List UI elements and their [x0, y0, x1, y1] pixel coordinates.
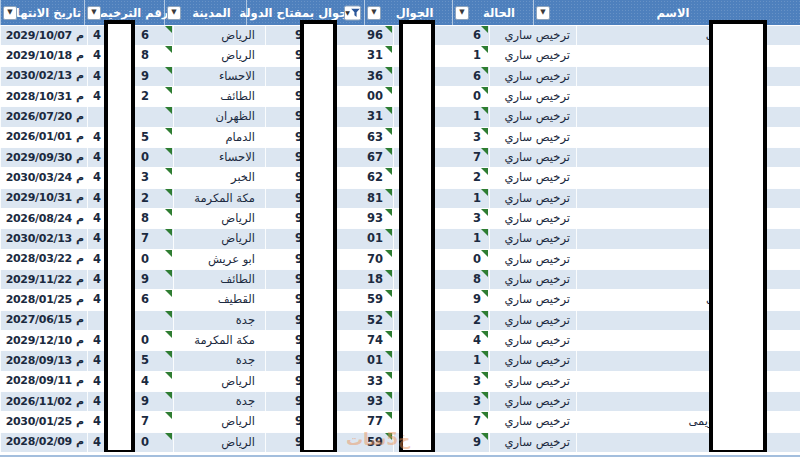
cell-expiry-date[interactable]: 2029/10/18م [0, 45, 87, 65]
cell-expiry-date[interactable]: 2026/07/20م [0, 106, 87, 126]
cell-status[interactable]: ترخيص ساري [489, 66, 576, 86]
cell-expiry-date[interactable]: 2026/08/24م [0, 208, 87, 228]
cell-expiry-date[interactable]: 2030/02/13م [0, 66, 87, 86]
cell-status[interactable]: ترخيص ساري [489, 228, 576, 248]
cell-status[interactable]: ترخيص ساري [489, 127, 576, 147]
cell-status[interactable]: ترخيص ساري [489, 45, 576, 65]
cell-city[interactable]: الظهران [173, 106, 265, 126]
cell-status[interactable]: ترخيص ساري [489, 167, 576, 187]
cell-expiry-date[interactable]: 2029/11/22م [0, 269, 87, 289]
number-stored-as-text-triangle [481, 290, 488, 297]
cell-city[interactable]: الرياض [173, 432, 265, 452]
number-stored-as-text-triangle [481, 412, 488, 419]
cell-expiry-date[interactable]: 2026/01/01م [0, 127, 87, 147]
cell-status[interactable]: ترخيص ساري [489, 208, 576, 228]
cell-status[interactable]: ترخيص ساري [489, 391, 576, 411]
date-era-suffix: م [76, 130, 84, 143]
filter-dropdown-icon[interactable]: ▼ [536, 6, 550, 20]
number-stored-as-text-triangle [385, 311, 392, 318]
cell-status[interactable]: ترخيص ساري [489, 188, 576, 208]
city-value: الدمام [225, 130, 255, 144]
cell-expiry-date[interactable]: 2029/10/07م [0, 25, 87, 45]
cell-status[interactable]: ترخيص ساري [489, 86, 576, 106]
spreadsheet: تاريخ الانتها▼رقم الترخيص▼المدينة▼الجوال… [0, 0, 800, 460]
cell-status[interactable]: ترخيص ساري [489, 310, 576, 330]
cell-city[interactable]: الاحساء [173, 147, 265, 167]
license-last-digit: 0 [141, 150, 149, 164]
number-stored-as-text-triangle [385, 250, 392, 257]
cell-status[interactable]: ترخيص ساري [489, 411, 576, 431]
cell-status[interactable]: ترخيص ساري [489, 432, 576, 452]
number-stored-as-text-triangle [165, 311, 172, 318]
cell-city[interactable]: الخبر [173, 167, 265, 187]
date-era-suffix: م [76, 171, 84, 184]
cell-status[interactable]: ترخيص ساري [489, 330, 576, 350]
license-first-digit: 4 [93, 28, 101, 42]
cell-expiry-date[interactable]: 2028/09/13م [0, 350, 87, 370]
cell-expiry-date[interactable]: 2026/11/02م [0, 391, 87, 411]
cell-status[interactable]: ترخيص ساري [489, 25, 576, 45]
cell-city[interactable]: الرياض [173, 45, 265, 65]
number-stored-as-text-triangle [481, 229, 488, 236]
cell-expiry-date[interactable]: 2028/01/25م [0, 289, 87, 309]
phone-intl-suffix: 00 [367, 89, 383, 103]
cell-city[interactable]: ابو عريش [173, 249, 265, 269]
date-era-suffix: م [76, 395, 84, 408]
cell-status[interactable]: ترخيص ساري [489, 289, 576, 309]
cell-expiry-date[interactable]: 2030/02/13م [0, 228, 87, 248]
cell-expiry-date[interactable]: 2028/02/09م [0, 432, 87, 452]
cell-city[interactable]: الرياض [173, 371, 265, 391]
cell-expiry-date[interactable]: 2030/03/24م [0, 167, 87, 187]
phone-suffix: 6 [473, 69, 481, 83]
city-value: جدة [236, 313, 255, 327]
cell-city[interactable]: الرياض [173, 25, 265, 45]
cell-expiry-date[interactable]: 2029/10/31م [0, 188, 87, 208]
cell-expiry-date[interactable]: 2028/10/31م [0, 86, 87, 106]
cell-expiry-date[interactable]: 2029/09/30م [0, 147, 87, 167]
phone-suffix: 7 [473, 414, 481, 428]
city-value: الطائف [220, 272, 255, 286]
cell-status[interactable]: ترخيص ساري [489, 147, 576, 167]
cell-status[interactable]: ترخيص ساري [489, 249, 576, 269]
cell-expiry-date[interactable]: 2027/06/15م [0, 310, 87, 330]
cell-status[interactable]: ترخيص ساري [489, 106, 576, 126]
filter-funnel-icon[interactable]: ▼ [344, 5, 361, 20]
cell-city[interactable]: الطائف [173, 269, 265, 289]
number-stored-as-text-triangle [385, 87, 392, 94]
filter-dropdown-icon[interactable]: ▼ [167, 6, 181, 20]
cell-city[interactable]: الرياض [173, 208, 265, 228]
phone-suffix: 1 [473, 353, 481, 367]
cell-city[interactable]: الرياض [173, 228, 265, 248]
cell-city[interactable]: القطيف [173, 289, 265, 309]
license-first-digit: 4 [93, 435, 101, 449]
number-stored-as-text-triangle [165, 392, 172, 399]
date-era-suffix: م [76, 354, 84, 367]
cell-city[interactable]: مكة المكرمة [173, 188, 265, 208]
cell-status[interactable]: ترخيص ساري [489, 371, 576, 391]
cell-city[interactable]: الدمام [173, 127, 265, 147]
cell-city[interactable]: جدة [173, 391, 265, 411]
cell-status[interactable]: ترخيص ساري [489, 350, 576, 370]
cell-expiry-date[interactable]: 2028/09/11م [0, 371, 87, 391]
cell-city[interactable]: الطائف [173, 86, 265, 106]
cell-status[interactable]: ترخيص ساري [489, 269, 576, 289]
cell-expiry-date[interactable]: 2030/01/25م [0, 411, 87, 431]
cell-expiry-date[interactable]: 2028/03/22م [0, 249, 87, 269]
filter-dropdown-icon[interactable]: ▼ [87, 6, 101, 20]
phone-intl-suffix: 63 [367, 130, 383, 144]
cell-city[interactable]: الاحساء [173, 66, 265, 86]
filter-dropdown-icon[interactable]: ▼ [455, 6, 469, 20]
cell-city[interactable]: جدة [173, 350, 265, 370]
filter-dropdown-icon[interactable]: ▼ [3, 6, 17, 20]
filter-dropdown-icon[interactable]: ▼ [367, 6, 381, 20]
number-stored-as-text-triangle [165, 87, 172, 94]
phone-intl-suffix: 01 [367, 231, 383, 245]
cell-city[interactable]: مكة المكرمة [173, 330, 265, 350]
cell-city[interactable]: جدة [173, 310, 265, 330]
number-stored-as-text-triangle [481, 107, 488, 114]
cell-expiry-date[interactable]: 2029/12/10م [0, 330, 87, 350]
status-value: ترخيص ساري [504, 69, 570, 83]
cell-city[interactable]: الرياض [173, 411, 265, 431]
expiry-date-value: 2028/03/22 [6, 252, 72, 265]
phone-suffix: 9 [473, 435, 481, 449]
